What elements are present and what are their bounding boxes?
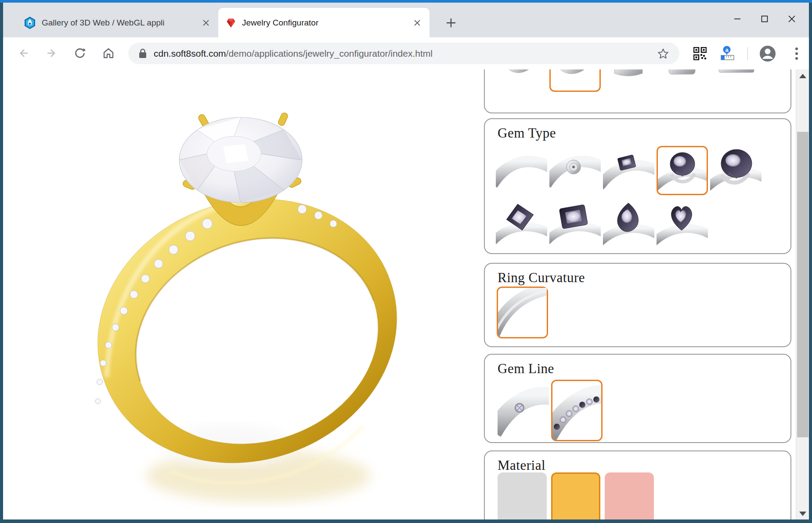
ring-3d-render xyxy=(39,74,425,518)
assistant-extension-button[interactable]: a xyxy=(718,44,736,63)
maximize-button[interactable] xyxy=(751,5,778,33)
panel-material: Material xyxy=(484,450,791,519)
gem-type-option-bezel[interactable] xyxy=(549,146,601,195)
configurator-panels: Gem Type xyxy=(484,69,793,519)
minimize-button[interactable] xyxy=(724,5,751,33)
url-path: /demo/applications/jewelry_configurator/… xyxy=(226,48,433,58)
gem-type-option-princess[interactable] xyxy=(496,200,547,249)
svg-text:a: a xyxy=(725,47,729,53)
tab-title: Gallery of 3D Web / WebGL appli xyxy=(42,18,200,28)
red-gem-icon xyxy=(225,17,237,29)
gem-type-option-heart[interactable] xyxy=(657,200,708,249)
diamond-gem xyxy=(179,117,302,203)
menu-dots-button[interactable] xyxy=(787,44,806,63)
panel-gem-type: Gem Type xyxy=(484,118,791,254)
gem-type-option-round-large[interactable] xyxy=(710,146,761,195)
gem-type-option-emerald[interactable] xyxy=(549,200,601,249)
panel-ring-profile xyxy=(484,69,791,113)
panel-title: Gem Line xyxy=(498,361,790,377)
panel-title: Material xyxy=(498,458,790,473)
tab-gallery[interactable]: Gallery of 3D Web / WebGL appli xyxy=(16,8,218,37)
browser-toolbar: cdn.soft8soft.com/demo/applications/jewe… xyxy=(3,37,809,70)
profile-option-round[interactable] xyxy=(496,69,547,92)
gem-line-option-row[interactable] xyxy=(551,380,603,441)
panel-title: Gem Type xyxy=(498,125,790,141)
lock-icon xyxy=(139,48,147,58)
browser-window: Gallery of 3D Web / WebGL appli Jewelry … xyxy=(0,0,812,523)
tab-jewelry-configurator[interactable]: Jewelry Configurator xyxy=(218,8,429,37)
gem-line-option-single[interactable] xyxy=(498,380,549,441)
gem-type-option-small-square[interactable] xyxy=(603,146,654,195)
material-option-silver[interactable] xyxy=(498,472,547,519)
reload-button[interactable] xyxy=(69,42,91,65)
new-tab-button[interactable] xyxy=(443,15,459,31)
scrollbar-thumb[interactable] xyxy=(797,132,808,437)
back-button[interactable] xyxy=(12,42,35,65)
forward-button[interactable] xyxy=(40,42,63,65)
profile-option-dome[interactable] xyxy=(603,69,654,92)
close-window-button[interactable] xyxy=(778,5,805,33)
url-domain: cdn.soft8soft.com xyxy=(154,48,226,58)
material-option-rose-gold[interactable] xyxy=(605,472,654,519)
tab-bar: Gallery of 3D Web / WebGL appli Jewelry … xyxy=(3,3,809,37)
qr-code-button[interactable] xyxy=(691,44,709,63)
profile-option-flat[interactable] xyxy=(710,69,761,92)
tab-close-button[interactable] xyxy=(411,17,423,29)
material-option-gold[interactable] xyxy=(551,472,600,519)
profile-avatar-button[interactable] xyxy=(758,44,777,63)
window-frame-left xyxy=(0,3,3,523)
toolbar-separator xyxy=(747,47,748,60)
scroll-down-arrow[interactable] xyxy=(799,512,806,516)
tab-title: Jewelry Configurator xyxy=(242,18,411,28)
scroll-up-arrow[interactable] xyxy=(799,74,806,78)
ring-3d-viewport[interactable] xyxy=(3,69,484,519)
url-text: cdn.soft8soft.com/demo/applications/jewe… xyxy=(154,48,433,59)
profile-option-oval[interactable] xyxy=(549,69,601,92)
window-frame-right xyxy=(809,3,812,523)
tab-close-button[interactable] xyxy=(200,17,212,29)
profile-option-square[interactable] xyxy=(657,69,708,92)
panel-ring-curvature: Ring Curvature xyxy=(484,263,791,347)
panel-gem-line: Gem Line xyxy=(484,354,791,443)
verge3d-logo-icon xyxy=(23,16,36,29)
gem-type-option-no-gem[interactable] xyxy=(496,146,547,195)
gem-type-option-round-prong[interactable] xyxy=(657,146,708,195)
page-content: Gem Type xyxy=(3,69,809,519)
bookmark-star-button[interactable] xyxy=(654,44,672,63)
panel-title: Ring Curvature xyxy=(498,270,790,286)
home-button[interactable] xyxy=(97,42,120,65)
ring-curvature-option-curved[interactable] xyxy=(497,287,548,338)
page-scrollbar[interactable] xyxy=(796,69,809,519)
window-frame-bottom xyxy=(0,519,812,523)
gem-type-option-pear[interactable] xyxy=(603,200,654,249)
address-bar[interactable]: cdn.soft8soft.com/demo/applications/jewe… xyxy=(128,43,679,64)
